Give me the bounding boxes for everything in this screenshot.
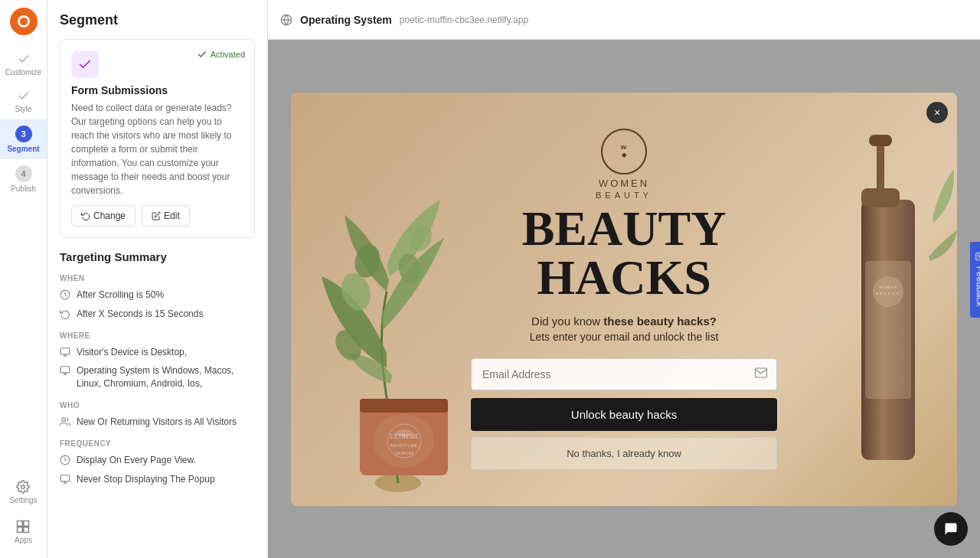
panel-title: Segment [60,12,255,28]
segment-card: Activated Form Submissions Need to colle… [60,39,255,238]
svg-text:MOISTURE: MOISTURE [390,442,418,449]
svg-rect-4 [24,521,29,527]
display-icon [60,455,70,465]
when-label: WHEN [60,274,255,282]
svg-rect-5 [18,527,23,533]
desktop-icon [60,347,70,357]
sidebar-item-segment[interactable]: 3 Segment [0,119,47,159]
refresh-icon [81,211,90,220]
svg-text:WOMEN: WOMEN [879,286,897,289]
rule-scroll: After Scrolling is 50% [60,289,255,302]
svg-text:BEAUTY: BEAUTY [876,292,900,295]
sidebar-item-settings[interactable]: Settings [5,474,41,511]
sidebar-item-apps[interactable]: Apps [5,514,41,550]
rule-os: Operating System is Windows, Macos, Linu… [60,364,255,390]
svg-point-14 [62,418,66,422]
left-panel: Segment Activated Form Submissions Need … [47,0,268,558]
popup-brand-line1: WOMEN [471,178,777,189]
popup-brand-line2: BEAUTY [471,191,777,200]
beauty-popup: × [291,93,957,506]
rule-device: Visitor's Device is Desktop, [60,346,255,359]
targeting-title: Targeting Summary [60,250,255,263]
users-icon [60,416,70,427]
feedback-tab[interactable]: Feedback [970,241,980,317]
svg-rect-3 [18,521,23,527]
monitor-icon [60,365,70,376]
rule-freq2: Never Stop Displaying The Popup [60,473,255,486]
top-bar: Operating System poetic-muffin-cbc3ee.ne… [268,0,980,40]
svg-text:SERUM: SERUM [395,450,414,456]
time-icon [60,308,70,319]
publish-number: 4 [15,165,32,182]
top-bar-title: Operating System [300,14,392,26]
sidebar-bottom: Settings Apps [5,474,41,550]
popup-content: W◆ WOMEN BEAUTY BEAUTY HACKS Did you kno… [471,129,777,470]
svg-rect-37 [869,135,892,146]
card-description: Need to collect data or generate leads? … [71,101,243,197]
stop-icon [60,474,70,485]
svg-point-1 [20,18,28,25]
scroll-icon [60,289,70,300]
popup-subtitle: Lets enter your email and unlock the lis… [471,331,777,343]
rule-visitors: New Or Returning Visitors is All Visitor… [60,416,255,429]
popup-overlay: × [268,40,980,558]
sidebar-item-customize[interactable]: Customize [0,46,47,83]
card-heading: Form Submissions [71,84,243,96]
svg-rect-38 [861,188,900,207]
no-thanks-button[interactable]: No thanks, I already know [471,437,777,470]
rule-freq1: Display On Every Page View. [60,454,255,467]
where-label: WHERE [60,331,255,340]
svg-rect-28 [360,399,448,413]
popup-tagline: Did you know these beauty hacks? [471,315,777,328]
svg-point-2 [21,485,25,489]
app-sidebar: Customize Style 3 Segment 4 Publish Sett… [0,0,47,558]
sidebar-item-style[interactable]: Style [0,83,47,119]
segment-actions: Change Edit [71,205,243,227]
preview-area: Operating System poetic-muffin-cbc3ee.ne… [268,0,980,558]
sidebar-item-publish[interactable]: 4 Publish [0,159,47,199]
unlock-button[interactable]: Unlock beauty hacks [471,398,777,431]
email-icon [754,366,768,383]
svg-rect-11 [60,367,70,373]
edit-icon [152,211,161,220]
email-input[interactable] [471,358,777,390]
segment-number: 3 [15,126,32,142]
who-label: WHO [60,401,255,410]
svg-point-29 [373,414,434,468]
email-input-wrap [471,358,777,390]
chat-icon [943,521,959,537]
segment-icon [71,51,99,78]
svg-rect-8 [60,348,70,354]
svg-rect-6 [24,527,29,533]
popup-heading: BEAUTY HACKS [471,204,777,302]
chat-button[interactable] [934,512,968,546]
popup-logo-area: W◆ WOMEN BEAUTY [471,129,777,200]
feedback-icon [975,252,980,261]
globe-icon [280,14,292,26]
bottle-decoration: WOMEN BEAUTY [819,108,957,491]
rule-seconds: After X Seconds is 15 Seconds [60,308,255,321]
app-logo [10,8,38,35]
frequency-label: FREQUENCY [60,439,255,448]
edit-button[interactable]: Edit [142,205,190,227]
popup-close-button[interactable]: × [926,102,948,123]
activated-badge: Activated [197,49,245,60]
change-button[interactable]: Change [71,205,136,227]
targeting-summary: Targeting Summary WHEN After Scrolling i… [60,250,255,485]
svg-rect-16 [60,475,70,481]
top-bar-url: poetic-muffin-cbc3ee.netlify.app [400,15,528,25]
